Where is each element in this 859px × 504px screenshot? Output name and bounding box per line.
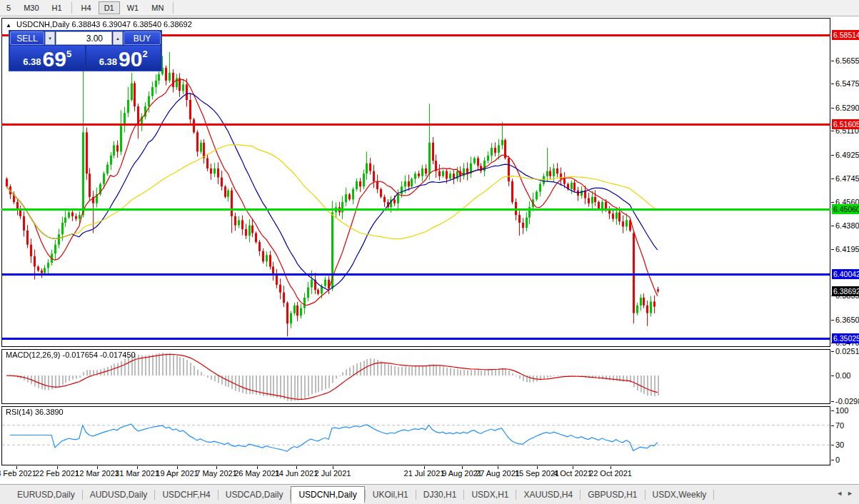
horizontal-level-line[interactable] <box>1 273 830 276</box>
date-axis-label: 22 Oct 2021 <box>589 469 632 478</box>
date-axis-tick <box>424 466 425 469</box>
tab-scroll-right-icon[interactable]: ► <box>847 490 853 497</box>
macd-name: MACD(12,26,9) <box>6 351 60 359</box>
date-axis-label: 4 Oct 2021 <box>553 469 592 478</box>
date-axis-label: 2 Jul 2021 <box>315 469 351 478</box>
macd-axis-tick-mark <box>831 351 834 352</box>
timeframe-button-h4[interactable]: H4 <box>76 1 97 14</box>
date-axis-label: 14 Jun 2021 <box>275 469 318 478</box>
date-axis-tick <box>16 466 17 469</box>
date-axis-label: 26 May 2021 <box>234 469 280 478</box>
price-axis-tick-mark <box>831 202 834 203</box>
ohlc-low: 6.38540 <box>133 20 161 29</box>
date-axis-tick <box>462 466 463 469</box>
sell-button[interactable]: SELL <box>10 31 44 45</box>
date-axis-label: 21 Jul 2021 <box>404 469 445 478</box>
ohlc-open: 6.38843 <box>72 20 101 29</box>
price-axis-tick-label: 6.36500 <box>835 316 859 325</box>
price-axis-tick-label: 6.47450 <box>835 174 859 183</box>
date-axis-tick <box>97 466 98 469</box>
date-axis-tick <box>137 466 138 469</box>
price-axis-tick-label: 6.56550 <box>835 56 859 66</box>
time-scale[interactable]: 3 Feb 202122 Feb 202112 Mar 202131 Mar 2… <box>0 466 859 483</box>
tab-dj30-h1[interactable]: DJ30,H1 <box>416 487 464 503</box>
price-axis-tick-mark <box>831 226 834 226</box>
price-axis-tick-mark <box>831 155 834 156</box>
rsi-canvas[interactable] <box>2 407 830 465</box>
tab-eurusd-daily[interactable]: EURUSD,Daily <box>10 487 82 503</box>
date-axis-label: 12 Mar 2021 <box>75 469 119 478</box>
timeframe-toolbar: 5M30H1H4D1W1MN <box>0 0 859 16</box>
date-axis-label: 3 Feb 2021 <box>0 469 36 478</box>
date-axis-tick <box>611 466 611 469</box>
chart-tab-bar: EURUSD,DailyAUDUSD,DailyUSDCHF,H4USDCAD,… <box>0 484 859 504</box>
level-price-badge: 6.35025 <box>832 333 859 343</box>
one-click-trade-panel: SELL ▼ ▲ BUY 6.38 69 5 6.38 90 2 <box>9 30 162 71</box>
ohlc-high: 6.39047 <box>102 20 131 29</box>
macd-axis-tick-mark <box>831 376 834 376</box>
timeframe-button-mn[interactable]: MN <box>146 1 169 14</box>
rsi-axis-tick-label: 70 <box>835 421 844 430</box>
level-price-badge: 6.58514 <box>832 30 859 40</box>
rsi-indicator-label: RSI(14) 36.3890 <box>6 408 64 416</box>
price-axis-tick-label: 6.49250 <box>835 151 859 160</box>
horizontal-level-line[interactable] <box>1 208 830 211</box>
tab-scroll-left-icon[interactable]: ◄ <box>836 490 843 497</box>
macd-axis-tick-label: -0.02988 <box>835 397 859 406</box>
timeframe-button-w1[interactable]: W1 <box>121 1 145 14</box>
date-axis-label: 15 Sep 2021 <box>515 469 559 478</box>
buy-price-point: 2 <box>142 49 147 59</box>
tab-usdchf-h4[interactable]: USDCHF,H4 <box>155 487 217 503</box>
tab-usdx-h1[interactable]: USDX,H1 <box>464 487 516 503</box>
price-axis-tick-mark <box>831 131 834 131</box>
date-axis-label: 31 Mar 2021 <box>115 469 159 478</box>
symbol-period-label: USDCNH,Daily <box>16 20 70 29</box>
volume-decrease-button[interactable]: ▼ <box>45 31 55 45</box>
timeframe-button-h1[interactable]: H1 <box>46 1 68 14</box>
level-price-badge: 6.40042 <box>832 269 859 279</box>
date-axis-tick <box>57 466 58 469</box>
level-price-badge: 6.45060 <box>832 204 859 214</box>
price-axis-tick-label: 6.54750 <box>835 79 859 89</box>
timeframe-button-5[interactable]: 5 <box>1 1 16 14</box>
buy-price-pips: 90 <box>119 49 142 69</box>
tab-usdcnh-daily[interactable]: USDCNH,Daily <box>291 486 364 503</box>
date-axis-label: 19 Apr 2021 <box>156 469 198 478</box>
buy-price-display[interactable]: 6.38 90 2 <box>86 46 161 71</box>
date-axis-tick <box>573 466 573 469</box>
rsi-axis-tick-label: 100 <box>835 406 848 415</box>
date-axis-tick <box>216 466 217 469</box>
horizontal-level-line[interactable] <box>1 124 830 126</box>
tab-gbpusd-h1[interactable]: GBPUSD,H1 <box>581 487 644 503</box>
rsi-axis-tick-mark <box>831 445 834 445</box>
price-axis-tick-label: 6.52900 <box>835 104 859 113</box>
buy-button[interactable]: BUY <box>124 31 161 45</box>
tab-scroll-arrows: ◄ ► <box>836 490 853 497</box>
tab-xauusd-h4[interactable]: XAUUSD,H4 <box>516 487 580 503</box>
level-price-badge: 6.51605 <box>832 119 859 129</box>
date-axis-label: 27 Aug 2021 <box>476 469 520 478</box>
tab-ukoil-h1[interactable]: UKOil,H1 <box>366 487 416 503</box>
price-axis-tick-mark <box>831 108 834 109</box>
volume-input[interactable] <box>56 31 112 45</box>
date-axis-label: 7 May 2021 <box>196 469 236 478</box>
tab-usdcad-daily[interactable]: USDCAD,Daily <box>218 487 291 503</box>
timeframe-button-m30[interactable]: M30 <box>18 1 44 14</box>
tab-usdx-weekly[interactable]: USDX,Weekly <box>645 487 714 503</box>
date-axis-tick <box>333 466 333 469</box>
horizontal-level-line[interactable] <box>1 338 830 340</box>
collapse-panel-icon[interactable]: ▲ <box>6 22 11 29</box>
tab-audusd-daily[interactable]: AUDUSD,Daily <box>83 487 155 503</box>
chart-symbol-header[interactable]: ▲ USDCNH,Daily 6.38843 6.39047 6.38540 6… <box>6 20 192 29</box>
trading-terminal-window: 5M30H1H4D1W1MN ▲ USDCNH,Daily 6.38843 6.… <box>0 0 859 504</box>
macd-values: -0.017654 -0.017450 <box>62 351 135 359</box>
rsi-pane[interactable] <box>1 406 830 465</box>
sell-price-pips: 69 <box>43 49 66 69</box>
price-axis-tick-mark <box>831 84 834 84</box>
rsi-axis-tick-mark <box>831 460 834 460</box>
timeframe-button-d1[interactable]: D1 <box>99 1 120 14</box>
rsi-name: RSI(14) <box>6 408 33 416</box>
price-axis-tick-mark <box>831 178 834 179</box>
sell-price-display[interactable]: 6.38 69 5 <box>10 46 85 71</box>
volume-increase-button[interactable]: ▲ <box>113 31 123 45</box>
